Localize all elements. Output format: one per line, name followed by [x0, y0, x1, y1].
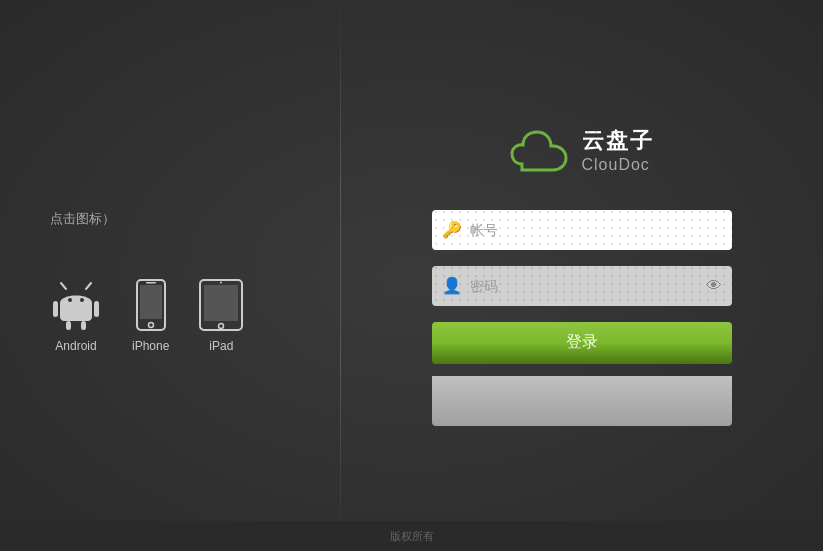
svg-line-0 — [61, 283, 66, 289]
iphone-label: iPhone — [132, 339, 169, 353]
dropdown-panel — [432, 376, 732, 426]
ipad-icon — [199, 279, 243, 331]
svg-point-15 — [220, 281, 222, 283]
android-label: Android — [55, 339, 96, 353]
right-panel: 云盘子 ClouDoc 🔑 👤 👁 登录 — [340, 0, 823, 551]
cloud-logo-icon — [510, 126, 570, 174]
svg-rect-3 — [94, 301, 99, 317]
svg-point-14 — [219, 323, 224, 328]
login-button[interactable]: 登录 — [432, 322, 732, 364]
svg-point-6 — [68, 298, 72, 302]
username-input-group[interactable]: 🔑 — [432, 210, 732, 250]
logo-chinese: 云盘子 — [582, 126, 654, 156]
svg-rect-11 — [146, 282, 156, 284]
logo-area: 云盘子 ClouDoc — [510, 126, 654, 174]
iphone-device-item[interactable]: iPhone — [132, 279, 169, 353]
panel-divider — [340, 0, 341, 551]
ipad-device-item[interactable]: iPad — [199, 279, 243, 353]
svg-rect-13 — [204, 285, 238, 321]
password-icon: 👤 — [442, 276, 462, 295]
device-icons-container: Android iPhone — [50, 279, 243, 353]
bottom-bar: 版权所有 — [0, 521, 823, 551]
instruction-label: 点击图标） — [50, 210, 115, 228]
toggle-password-icon[interactable]: 👁 — [706, 277, 722, 295]
android-device-item[interactable]: Android — [50, 279, 102, 353]
username-icon: 🔑 — [442, 220, 462, 239]
footer-text: 版权所有 — [390, 529, 434, 544]
svg-rect-9 — [140, 285, 162, 319]
username-input[interactable] — [470, 222, 722, 238]
iphone-icon — [136, 279, 166, 331]
svg-rect-4 — [66, 321, 71, 330]
password-input-group[interactable]: 👤 👁 — [432, 266, 732, 306]
logo-text: 云盘子 ClouDoc — [582, 126, 654, 174]
logo-english: ClouDoc — [582, 156, 654, 174]
svg-point-10 — [148, 322, 153, 327]
left-panel: 点击图标） — [0, 0, 340, 551]
svg-point-7 — [80, 298, 84, 302]
password-input[interactable] — [470, 278, 702, 294]
login-button-label: 登录 — [566, 333, 598, 350]
ipad-label: iPad — [209, 339, 233, 353]
android-icon — [50, 279, 102, 331]
svg-rect-2 — [53, 301, 58, 317]
app-window: 点击图标） — [0, 0, 823, 551]
svg-line-1 — [86, 283, 91, 289]
svg-rect-5 — [81, 321, 86, 330]
